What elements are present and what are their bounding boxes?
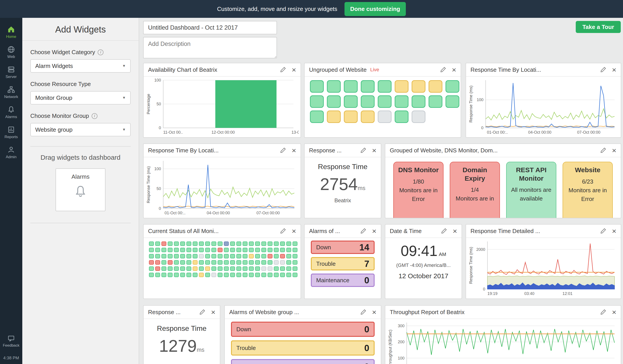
resource-type-select[interactable]: Monitor Group ▼ <box>30 91 131 104</box>
monitor-status-grid <box>306 77 459 135</box>
edit-icon[interactable] <box>440 67 446 73</box>
status-square <box>292 254 297 258</box>
sidebar-item-reports[interactable]: Reports <box>0 122 22 142</box>
widget-availability-chart[interactable]: Availability Chart of Beatrix × 050100Pe… <box>143 63 301 138</box>
close-icon[interactable]: × <box>612 227 616 235</box>
status-square <box>149 273 154 277</box>
edit-icon[interactable] <box>441 228 447 234</box>
alarm-label: Down <box>236 326 251 333</box>
status-square <box>292 248 297 252</box>
widget-alarms-website-group[interactable]: Alarms of Website group ... × Down 0 Tro… <box>224 305 381 364</box>
status-square <box>186 242 191 246</box>
widget-category-select[interactable]: Alarm Widgets ▼ <box>30 59 131 73</box>
status-square <box>395 80 408 93</box>
close-icon[interactable]: × <box>453 227 457 235</box>
status-square <box>243 266 247 271</box>
monitor-group-card-website[interactable]: Website 6/23 Monitors are in Error <box>563 162 613 218</box>
status-square <box>149 248 154 252</box>
edit-icon[interactable] <box>600 309 606 315</box>
widget-ungrouped-status[interactable]: Ungrouped of Website Live × <box>304 63 461 138</box>
widget-response-time-by-location-1[interactable]: Response Time By Locati... × 0100Respons… <box>466 63 621 138</box>
status-square <box>149 266 154 271</box>
sidebar-item-network[interactable]: Network <box>0 82 22 102</box>
close-icon[interactable]: × <box>211 308 215 316</box>
close-icon[interactable]: × <box>612 308 616 316</box>
edit-icon[interactable] <box>360 147 366 153</box>
alarm-count: 0 <box>364 324 369 334</box>
edit-icon[interactable] <box>280 67 286 73</box>
edit-icon[interactable] <box>199 309 205 315</box>
status-square <box>327 95 341 108</box>
status-square <box>344 110 358 123</box>
status-square <box>267 248 272 252</box>
status-square <box>280 266 285 271</box>
status-square <box>429 95 442 108</box>
alarm-row-down[interactable]: Down 0 <box>231 322 375 337</box>
close-icon[interactable]: × <box>612 66 616 74</box>
edit-icon[interactable] <box>360 228 366 234</box>
card-value: 1/4 <box>453 185 497 194</box>
svg-text:200: 200 <box>398 340 404 344</box>
svg-text:100: 100 <box>154 167 161 171</box>
sidebar-item-home[interactable]: Home <box>0 22 22 42</box>
alarm-row-down[interactable]: Down 14 <box>311 241 375 254</box>
status-square <box>243 260 247 265</box>
status-square <box>186 254 191 258</box>
edit-icon[interactable] <box>600 67 606 73</box>
widget-response-time-number-1[interactable]: Response ... × Response Time 2754ms Beat… <box>304 143 381 218</box>
sidebar-item-admin[interactable]: Admin <box>0 142 22 163</box>
close-icon[interactable]: × <box>292 147 296 154</box>
status-square <box>292 266 297 271</box>
alarm-label: Down <box>316 244 331 251</box>
edit-icon[interactable] <box>280 147 286 153</box>
info-icon: i <box>92 113 97 119</box>
edit-icon[interactable] <box>360 309 366 315</box>
dashboard-description-input[interactable] <box>143 37 277 58</box>
monitor-group-card-domain-expiry[interactable]: Domain Expiry 1/4 Monitors are in <box>450 162 500 218</box>
status-square <box>261 242 266 246</box>
alarm-row-trouble[interactable]: Trouble 7 <box>311 257 375 270</box>
close-icon[interactable]: × <box>292 227 296 235</box>
status-square <box>218 260 222 265</box>
monitor-group-select[interactable]: Website group ▼ <box>30 123 131 136</box>
alarm-row-maintenance[interactable]: Maintenance 0 <box>231 359 375 364</box>
close-icon[interactable]: × <box>372 308 376 316</box>
widget-response-time-detailed[interactable]: Response Time Detailed ... × 02000Respon… <box>466 224 621 299</box>
dashboard-title-input[interactable] <box>143 21 277 34</box>
widget-response-time-by-location-2[interactable]: Response Time By Locati... × 050100Respo… <box>143 143 301 218</box>
alarm-row-trouble[interactable]: Trouble 0 <box>231 340 375 356</box>
availability-bar-chart: 050100Percentage11-Oct 00..12-Oct 00:001… <box>145 77 299 135</box>
sidebar-item-alarms[interactable]: Alarms <box>0 102 22 122</box>
widget-date-time[interactable]: Date & Time × 09:41AM (GMT -4:00) Americ… <box>385 224 462 299</box>
close-icon[interactable]: × <box>372 227 376 235</box>
widget-alarms-summary[interactable]: Alarms of ... × Down 14 Trouble 7 Mainte… <box>304 224 381 299</box>
svg-text:01-Oct 00:..: 01-Oct 00:.. <box>487 130 508 135</box>
sidebar-item-feedback[interactable]: Feedback <box>0 331 22 351</box>
monitor-group-card-rest-api[interactable]: REST API Monitor All monitors are availa… <box>506 162 556 218</box>
widget-response-time-number-2[interactable]: Response ... × Response Time 1279ms <box>143 305 220 364</box>
alarm-label: Maintenance <box>316 277 349 284</box>
close-icon[interactable]: × <box>372 147 376 154</box>
widget-grouped-monitors[interactable]: Grouped of Website, DNS Monitor, Dom... … <box>385 143 621 218</box>
status-square <box>327 110 341 123</box>
monitor-group-card-dns[interactable]: DNS Monitor 1/80 Monitors are in Error <box>393 162 444 218</box>
status-square <box>224 273 229 277</box>
widget-throughput-report[interactable]: Throughput Report of Beatrix × 100200300… <box>385 305 621 364</box>
done-customizing-button[interactable]: Done customizing <box>344 2 406 16</box>
close-icon[interactable]: × <box>452 66 456 74</box>
alarms-widget-drag-card[interactable]: Alarms <box>56 168 106 211</box>
take-a-tour-button[interactable]: Take a Tour <box>576 21 621 33</box>
sidebar-item-web[interactable]: Web <box>0 42 22 62</box>
sidebar-item-server[interactable]: Server <box>0 62 22 82</box>
status-square <box>230 266 235 271</box>
date: 12 October 2017 <box>399 272 448 280</box>
close-icon[interactable]: × <box>612 147 616 154</box>
metric-label: Response Time <box>318 163 367 171</box>
edit-icon[interactable] <box>280 228 286 234</box>
edit-icon[interactable] <box>600 228 606 234</box>
edit-icon[interactable] <box>600 147 606 153</box>
widget-current-status-all-monitors[interactable]: Current Status of All Moni... × <box>143 224 301 299</box>
close-icon[interactable]: × <box>292 66 296 74</box>
alarm-row-maintenance[interactable]: Maintenance 0 <box>311 274 375 287</box>
status-square <box>344 80 358 93</box>
